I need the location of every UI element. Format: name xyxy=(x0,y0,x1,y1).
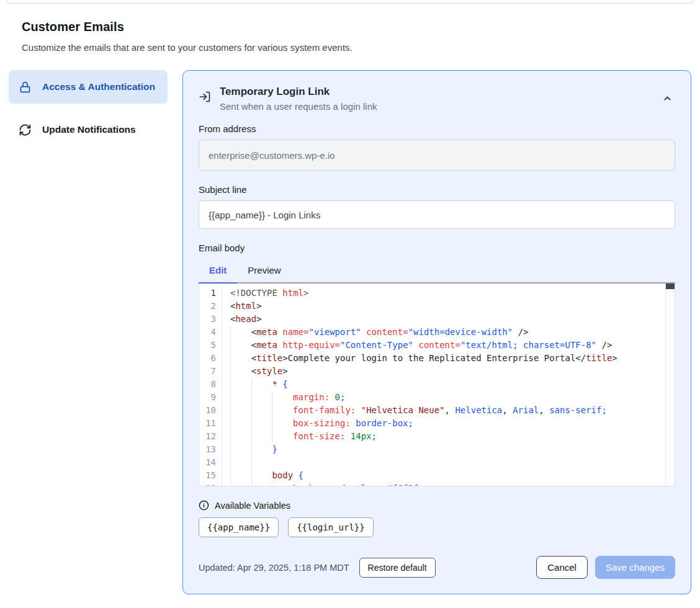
indent-guide xyxy=(272,404,293,417)
refresh-icon xyxy=(19,123,32,136)
editor-scrollbar-thumb[interactable] xyxy=(666,284,675,289)
code-line[interactable]: 7<style> xyxy=(199,365,675,378)
indent-guide xyxy=(272,391,293,404)
indent-guide xyxy=(251,469,272,482)
lock-icon xyxy=(19,81,32,94)
indent-guide xyxy=(230,339,251,352)
indent-guide xyxy=(230,469,251,482)
code-line-content: <head> xyxy=(222,313,262,326)
available-variables-label: Available Variables xyxy=(215,501,290,511)
code-line-content: <!DOCTYPE html> xyxy=(222,287,308,300)
indent-guide xyxy=(272,482,293,486)
subject-line-input[interactable] xyxy=(199,200,675,229)
code-line-content: body { xyxy=(222,469,303,482)
code-line[interactable]: 11box-sizing: border-box; xyxy=(199,417,675,430)
line-number: 6 xyxy=(199,352,222,365)
indent-guide xyxy=(230,391,251,404)
code-line[interactable]: 9margin: 0; xyxy=(199,391,675,404)
panel-header: Temporary Login Link Sent when a user re… xyxy=(199,86,675,112)
code-editor[interactable]: 1<!DOCTYPE html>2<html>3<head>4<meta nam… xyxy=(199,284,675,486)
code-lines: 1<!DOCTYPE html>2<html>3<head>4<meta nam… xyxy=(199,284,675,486)
indent-guide xyxy=(272,430,293,443)
variable-chip-app-name[interactable]: {{app_name}} xyxy=(199,517,279,537)
previous-card-bottom-edge xyxy=(6,0,694,4)
sidebar-item-label: Access & Authentication xyxy=(42,79,155,94)
code-line-content: font-family: "Helvetica Neue", Helvetica… xyxy=(222,404,607,417)
panel-subtitle: Sent when a user requests a login link xyxy=(220,101,377,112)
line-number: 7 xyxy=(199,365,222,378)
indent-guide xyxy=(272,417,293,430)
line-number: 2 xyxy=(199,300,222,313)
code-line[interactable]: 2<html> xyxy=(199,300,675,313)
line-number: 11 xyxy=(199,417,222,430)
code-line[interactable]: 5<meta http-equiv="Content-Type" content… xyxy=(199,339,675,352)
line-number: 4 xyxy=(199,326,222,339)
content-layout: Access & Authentication Update Notificat… xyxy=(9,70,691,594)
indent-guide xyxy=(230,378,251,391)
line-number: 9 xyxy=(199,391,222,404)
line-number: 3 xyxy=(199,313,222,326)
updated-timestamp: Updated: Apr 29, 2025, 1:18 PM MDT xyxy=(199,563,349,573)
sidebar-item-access-authentication[interactable]: Access & Authentication xyxy=(9,70,168,104)
code-line-content: <title>Complete your login to the Replic… xyxy=(222,352,617,365)
code-line[interactable]: 4<meta name="viewport" content="width=de… xyxy=(199,326,675,339)
code-line[interactable]: 6<title>Complete your login to the Repli… xyxy=(199,352,675,365)
code-line-content: margin: 0; xyxy=(222,391,345,404)
code-line-content: background-color: #f6f9fc; xyxy=(222,482,429,486)
indent-guide xyxy=(230,482,251,486)
code-line-content: * { xyxy=(222,378,288,391)
variable-chips: {{app_name}} {{login_url}} xyxy=(199,517,675,537)
cancel-button[interactable]: Cancel xyxy=(536,556,588,579)
editor-scrollbar[interactable] xyxy=(665,284,675,486)
login-icon xyxy=(199,91,211,103)
from-address-input[interactable] xyxy=(199,140,675,171)
restore-default-button[interactable]: Restore default xyxy=(359,558,436,578)
indent-guide xyxy=(230,404,251,417)
variable-chip-login-url[interactable]: {{login_url}} xyxy=(288,517,374,537)
code-line[interactable]: 1<!DOCTYPE html> xyxy=(199,287,675,300)
chevron-up-icon xyxy=(662,93,673,104)
code-line[interactable]: 15body { xyxy=(199,469,675,482)
line-number: 5 xyxy=(199,339,222,352)
code-line[interactable]: 10font-family: "Helvetica Neue", Helveti… xyxy=(199,404,675,417)
email-body-tabbar: Edit Preview xyxy=(199,259,675,284)
page-description: Customize the emails that are sent to yo… xyxy=(22,42,678,53)
indent-guide xyxy=(230,326,251,339)
collapse-panel-button[interactable] xyxy=(660,91,675,106)
page-title: Customer Emails xyxy=(22,20,678,34)
code-line[interactable]: 16background-color: #f6f9fc; xyxy=(199,482,675,486)
panel-footer: Updated: Apr 29, 2025, 1:18 PM MDT Resto… xyxy=(199,556,675,579)
save-changes-button[interactable]: Save changes xyxy=(595,556,675,579)
line-number: 10 xyxy=(199,404,222,417)
indent-guide xyxy=(230,443,251,456)
panel-header-text: Temporary Login Link Sent when a user re… xyxy=(220,86,377,112)
code-line-content: <style> xyxy=(222,365,288,378)
indent-guide xyxy=(251,404,272,417)
panel-title: Temporary Login Link xyxy=(220,86,377,98)
indent-guide xyxy=(251,378,272,391)
line-number: 12 xyxy=(199,430,222,443)
tab-preview[interactable]: Preview xyxy=(237,259,291,284)
from-address-label: From address xyxy=(199,123,675,134)
line-number: 16 xyxy=(199,482,222,486)
email-types-nav: Access & Authentication Update Notificat… xyxy=(9,70,168,146)
code-line[interactable]: 12font-size: 14px; xyxy=(199,430,675,443)
sidebar-item-update-notifications[interactable]: Update Notifications xyxy=(9,113,168,146)
code-line[interactable]: 13} xyxy=(199,443,675,456)
indent-guide xyxy=(251,443,272,456)
code-line-content: font-size: 14px; xyxy=(222,430,377,443)
email-body-label: Email body xyxy=(199,243,675,253)
tab-edit[interactable]: Edit xyxy=(199,259,237,284)
code-line[interactable]: 8* { xyxy=(199,378,675,391)
indent-guide xyxy=(251,482,272,486)
indent-guide xyxy=(230,417,251,430)
code-line[interactable]: 3<head> xyxy=(199,313,675,326)
indent-guide xyxy=(230,352,251,365)
page-header: Customer Emails Customize the emails tha… xyxy=(22,20,678,53)
indent-guide xyxy=(251,417,272,430)
code-line-content: <meta http-equiv="Content-Type" content=… xyxy=(222,339,612,352)
code-line[interactable]: 14 xyxy=(199,456,675,469)
indent-guide xyxy=(230,430,251,443)
line-number: 15 xyxy=(199,469,222,482)
code-line-content: } xyxy=(222,443,277,456)
